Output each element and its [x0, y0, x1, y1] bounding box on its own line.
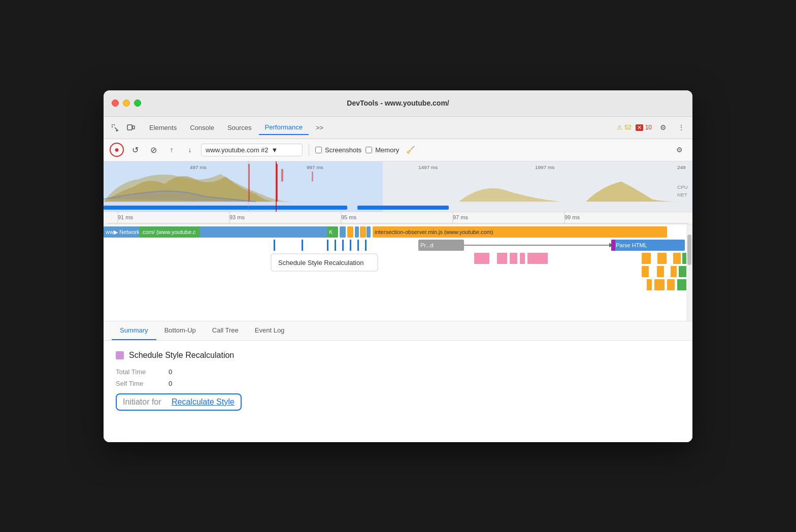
event-title: Schedule Style Recalculation: [116, 351, 680, 360]
tab-performance[interactable]: Performance: [259, 120, 309, 135]
svg-text:NET: NET: [677, 192, 687, 197]
svg-rect-12: [357, 206, 449, 210]
svg-text:99 ms: 99 ms: [565, 214, 580, 220]
svg-text:91 ms: 91 ms: [118, 214, 133, 220]
upload-button[interactable]: ↑: [164, 143, 179, 157]
svg-text:97 ms: 97 ms: [453, 214, 468, 220]
svg-text:497 ms: 497 ms: [190, 164, 207, 170]
self-time-label: Self Time: [116, 380, 156, 387]
memory-input[interactable]: [366, 147, 372, 153]
svg-text:997 ms: 997 ms: [307, 164, 323, 170]
tab-summary[interactable]: Summary: [112, 321, 156, 340]
performance-toolbar: ● ↺ ⊘ ↑ ↓ www.youtube.com #2 ▼ Screensho…: [104, 139, 692, 161]
svg-rect-4: [132, 126, 135, 129]
tab-sources[interactable]: Sources: [221, 121, 258, 135]
svg-rect-2: [112, 126, 113, 127]
svg-text:Parse HTML: Parse HTML: [616, 242, 647, 248]
initiator-label: Initiator for: [123, 397, 163, 407]
tab-more[interactable]: >>: [310, 121, 329, 135]
record-button[interactable]: ●: [110, 143, 124, 157]
event-color-indicator: [116, 351, 124, 359]
tab-event-log[interactable]: Event Log: [247, 321, 293, 340]
svg-rect-53: [365, 240, 367, 251]
settings-icon[interactable]: ⚙: [656, 120, 670, 135]
tab-bar-right: ⚠ 52 ✕ 10 ⚙ ⋮: [617, 120, 688, 135]
tab-console[interactable]: Console: [184, 121, 220, 135]
error-badge[interactable]: ✕ 10: [636, 124, 652, 131]
tab-bottom-up[interactable]: Bottom-Up: [156, 321, 204, 340]
svg-rect-67: [657, 253, 667, 264]
bottom-section: Summary Bottom-Up Call Tree Event Log Sc…: [104, 321, 692, 442]
tab-bar-left-icons: [108, 120, 138, 135]
svg-rect-59: [474, 253, 489, 264]
settings-toolbar-icon[interactable]: ⚙: [672, 143, 686, 157]
reload-button[interactable]: ↺: [128, 143, 142, 157]
maximize-button[interactable]: [134, 99, 141, 107]
bottom-content: Schedule Style Recalculation Total Time …: [104, 341, 692, 442]
cursor-icon[interactable]: [108, 120, 122, 135]
svg-rect-69: [673, 253, 681, 264]
svg-text:1997 ms: 1997 ms: [535, 164, 554, 170]
svg-rect-61: [510, 253, 517, 264]
minimize-button[interactable]: [123, 99, 130, 107]
svg-rect-50: [342, 240, 344, 251]
svg-rect-74: [666, 266, 669, 277]
clear-button[interactable]: ⊘: [146, 143, 160, 157]
flamechart[interactable]: ww▶ Network .com/ (www.youtube.c K inter…: [104, 224, 692, 321]
screenshots-label: Screenshots: [325, 146, 361, 154]
tab-call-tree[interactable]: Call Tree: [204, 321, 247, 340]
screenshots-input[interactable]: [315, 147, 322, 153]
svg-rect-46: [274, 240, 275, 251]
svg-rect-47: [302, 240, 303, 251]
chevron-down-icon: ▼: [272, 146, 278, 154]
total-time-label: Total Time: [116, 368, 156, 376]
timeline-overview[interactable]: 497 ms 997 ms 1497 ms 1997 ms 249 CPU NE…: [104, 161, 692, 212]
svg-text:Pr...d: Pr...d: [420, 242, 434, 248]
self-time-row: Self Time 0: [116, 380, 680, 387]
svg-rect-51: [350, 240, 351, 251]
svg-rect-52: [357, 240, 359, 251]
download-button[interactable]: ↓: [183, 143, 197, 157]
vertical-scrollbar[interactable]: [686, 224, 692, 321]
self-time-value: 0: [169, 380, 172, 387]
svg-rect-11: [104, 206, 347, 210]
tab-elements[interactable]: Elements: [143, 121, 183, 135]
url-selector[interactable]: www.youtube.com #2 ▼: [201, 144, 303, 156]
svg-text:CPU: CPU: [677, 184, 688, 190]
total-time-row: Total Time 0: [116, 368, 680, 376]
svg-rect-0: [112, 124, 113, 125]
close-button[interactable]: [112, 99, 119, 107]
scrollbar-thumb[interactable]: [687, 235, 691, 265]
flamechart-ruler: 91 ms 93 ms 95 ms 97 ms 99 ms: [104, 212, 692, 224]
url-text: www.youtube.com #2: [206, 146, 269, 154]
traffic-lights: [112, 99, 141, 107]
devtools-window: DevTools - www.youtube.com/: [104, 90, 692, 442]
svg-rect-42: [360, 226, 366, 238]
svg-rect-10: [312, 171, 313, 181]
initiator-link[interactable]: Recalculate Style: [172, 397, 235, 407]
tab-bar: Elements Console Sources Performance >> …: [104, 117, 692, 139]
event-name: Schedule Style Recalculation: [129, 351, 234, 360]
svg-text:ww▶ Network: ww▶ Network: [105, 229, 140, 235]
svg-rect-39: [340, 226, 346, 238]
svg-text:K: K: [329, 229, 333, 235]
svg-rect-62: [520, 253, 525, 264]
device-toolbar-icon[interactable]: [124, 120, 138, 135]
svg-rect-1: [114, 124, 115, 125]
more-options-icon[interactable]: ⋮: [674, 120, 688, 135]
svg-rect-66: [653, 253, 655, 264]
screenshots-checkbox[interactable]: Screenshots: [315, 146, 361, 154]
flamechart-svg: ww▶ Network .com/ (www.youtube.c K inter…: [104, 224, 692, 321]
svg-rect-43: [367, 226, 371, 238]
warning-badge[interactable]: ⚠ 52: [617, 124, 631, 131]
svg-rect-48: [327, 240, 328, 251]
svg-rect-41: [355, 226, 359, 238]
memory-checkbox[interactable]: Memory: [366, 146, 399, 154]
clear-recordings-icon[interactable]: 🧹: [403, 143, 417, 157]
svg-text:.com/ (www.youtube.c: .com/ (www.youtube.c: [141, 229, 196, 235]
svg-rect-68: [669, 253, 671, 264]
ruler-svg: 91 ms 93 ms 95 ms 97 ms 99 ms: [108, 212, 688, 224]
svg-rect-78: [654, 279, 665, 290]
error-count: 10: [645, 124, 652, 131]
timeline-container: 497 ms 997 ms 1497 ms 1997 ms 249 CPU NE…: [104, 161, 692, 321]
